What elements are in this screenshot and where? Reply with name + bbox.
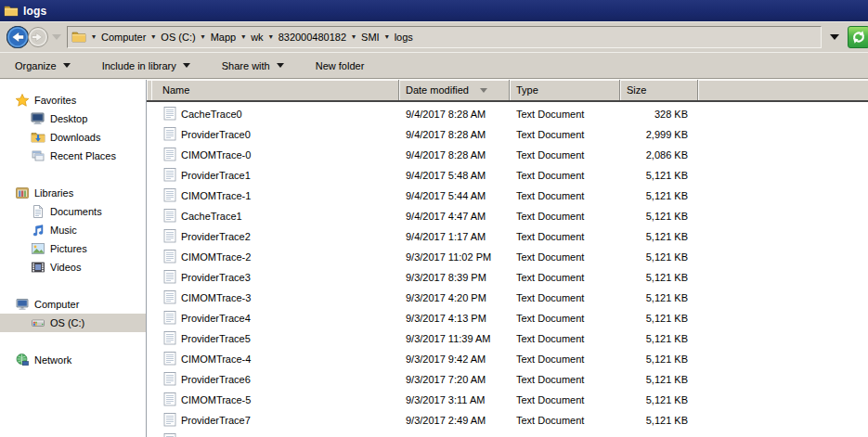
file-row[interactable]: ProviderTrace2 9/4/2017 1:17 AM Text Doc…: [147, 226, 868, 247]
text-document-icon: [163, 228, 176, 245]
address-band: ▾ Computer ▾ OS (C:) ▾ Mapp ▾ wk ▾ 83200…: [0, 21, 868, 53]
folder-icon: [4, 4, 19, 19]
sidebar-item-label: Downloads: [50, 132, 100, 143]
sidebar-item-label: Computer: [34, 299, 79, 310]
file-type: Text Document: [510, 109, 620, 120]
file-rows: CacheTrace0 9/4/2017 8:28 AM Text Docume…: [147, 102, 868, 437]
file-name: CIMOMTrace-5: [181, 394, 251, 405]
file-row[interactable]: CIMOMTrace-3 9/3/2017 4:20 PM Text Docum…: [147, 288, 868, 308]
file-row[interactable]: CacheTrace0 9/4/2017 8:28 AM Text Docume…: [147, 104, 868, 124]
file-row-partial[interactable]: [147, 431, 868, 437]
column-label: Size: [627, 84, 646, 96]
videos-icon: [31, 260, 45, 275]
text-document-icon: [163, 412, 176, 429]
explorer-window: logs ▾ Computer ▾ OS (C:) ▾: [0, 0, 868, 437]
address-history-dropdown-icon[interactable]: [830, 34, 839, 40]
breadcrumb-separator-icon[interactable]: ▾: [385, 33, 389, 41]
text-document-icon: [163, 392, 176, 408]
file-date-modified: 9/4/2017 4:47 AM: [399, 211, 510, 222]
breadcrumb-separator-icon[interactable]: ▾: [201, 33, 205, 41]
content-area: Favorites Desktop Downloads Recent Place…: [0, 79, 868, 437]
sidebar-item-computer[interactable]: Computer: [0, 295, 146, 314]
sidebar-item-desktop[interactable]: Desktop: [0, 109, 146, 128]
breadcrumb-segment[interactable]: OS (C:): [161, 32, 195, 43]
share-with-button[interactable]: Share with: [218, 58, 288, 74]
file-row[interactable]: CIMOMTrace-2 9/3/2017 11:02 PM Text Docu…: [147, 247, 868, 267]
breadcrumb-segment[interactable]: logs: [395, 32, 413, 43]
file-date-modified: 9/4/2017 8:28 AM: [399, 129, 510, 140]
address-bar[interactable]: ▾ Computer ▾ OS (C:) ▾ Mapp ▾ wk ▾ 83200…: [67, 26, 822, 48]
breadcrumb-segment[interactable]: Mapp: [211, 32, 237, 43]
refresh-button[interactable]: [848, 26, 868, 48]
file-date-modified: 9/3/2017 3:11 AM: [399, 394, 510, 405]
breadcrumb-separator-icon[interactable]: ▾: [151, 33, 155, 41]
sidebar-item-label: Recent Places: [50, 150, 116, 161]
breadcrumb-segment[interactable]: SMI: [361, 32, 380, 43]
file-date-modified: 9/3/2017 4:13 PM: [399, 313, 510, 324]
breadcrumb-segment[interactable]: Computer: [101, 32, 146, 43]
file-row[interactable]: CIMOMTrace-1 9/4/2017 5:44 AM Text Docum…: [147, 186, 868, 206]
file-row[interactable]: CIMOMTrace-4 9/3/2017 9:42 AM Text Docum…: [147, 349, 868, 369]
downloads-icon: [31, 130, 45, 145]
column-header-date-modified[interactable]: Date modified: [399, 80, 510, 100]
include-in-library-button[interactable]: Include in library: [98, 58, 194, 74]
sidebar-item-documents[interactable]: Documents: [0, 202, 146, 221]
text-document-icon: [163, 432, 176, 437]
file-row[interactable]: CacheTrace1 9/4/2017 4:47 AM Text Docume…: [147, 206, 868, 226]
file-size: 328 KB: [620, 109, 698, 120]
file-name: CIMOMTrace-4: [181, 353, 251, 365]
desktop-icon: [31, 111, 45, 126]
column-label: Name: [162, 84, 189, 96]
file-row[interactable]: CIMOMTrace-0 9/4/2017 8:28 AM Text Docum…: [147, 145, 868, 165]
file-row[interactable]: ProviderTrace4 9/3/2017 4:13 PM Text Doc…: [147, 308, 868, 328]
column-header-name[interactable]: Name: [151, 80, 399, 100]
column-label: Date modified: [406, 84, 469, 96]
breadcrumb-separator-icon[interactable]: ▾: [352, 33, 356, 41]
organize-button[interactable]: Organize: [11, 58, 74, 74]
file-row[interactable]: ProviderTrace3 9/3/2017 8:39 PM Text Doc…: [147, 267, 868, 288]
dropdown-arrow-icon: [63, 63, 71, 68]
sidebar-item-favorites[interactable]: Favorites: [0, 91, 146, 109]
column-header-size[interactable]: Size: [620, 80, 698, 100]
window-title: logs: [23, 5, 46, 18]
file-name: CIMOMTrace-2: [181, 251, 251, 263]
sidebar-item-pictures[interactable]: Pictures: [0, 239, 146, 258]
recent-pages-chevron-icon[interactable]: [52, 34, 61, 40]
star-icon: [15, 93, 30, 108]
breadcrumb-segment[interactable]: wk: [251, 32, 263, 43]
file-date-modified: 9/4/2017 1:17 AM: [399, 231, 510, 242]
file-size: 5,121 KB: [620, 313, 698, 324]
sidebar-item-downloads[interactable]: Downloads: [0, 128, 146, 147]
sidebar-item-libraries[interactable]: Libraries: [0, 184, 146, 202]
file-row[interactable]: ProviderTrace0 9/4/2017 8:28 AM Text Doc…: [147, 124, 868, 145]
sidebar-item-label: Network: [34, 354, 71, 366]
file-row[interactable]: CIMOMTrace-5 9/3/2017 3:11 AM Text Docum…: [147, 390, 868, 410]
file-size: 5,121 KB: [620, 272, 698, 283]
breadcrumb: ▾ Computer ▾ OS (C:) ▾ Mapp ▾ wk ▾ 83200…: [86, 32, 413, 43]
breadcrumb-segment[interactable]: 832000480182: [279, 32, 346, 43]
sidebar-item-os-c[interactable]: OS (C:): [0, 314, 146, 332]
file-row[interactable]: ProviderTrace7 9/3/2017 2:49 AM Text Doc…: [147, 410, 868, 431]
sidebar-item-recent-places[interactable]: Recent Places: [0, 147, 146, 165]
file-size: 2,999 KB: [620, 129, 698, 140]
organize-label: Organize: [15, 60, 57, 71]
file-row[interactable]: ProviderTrace5 9/3/2017 11:39 AM Text Do…: [147, 328, 868, 349]
folder-icon: [71, 30, 86, 45]
file-list: Name Date modified Type Size: [147, 80, 868, 437]
file-name: CIMOMTrace-1: [181, 190, 251, 201]
file-row[interactable]: ProviderTrace6 9/3/2017 7:20 AM Text Doc…: [147, 369, 868, 390]
network-globe-icon: [15, 353, 30, 367]
file-type: Text Document: [510, 415, 620, 426]
new-folder-button[interactable]: New folder: [312, 58, 369, 74]
sidebar-item-videos[interactable]: Videos: [0, 258, 146, 276]
column-label: Type: [516, 84, 538, 96]
file-row[interactable]: ProviderTrace1 9/4/2017 5:48 AM Text Doc…: [147, 165, 868, 186]
breadcrumb-separator-icon[interactable]: ▾: [269, 33, 273, 41]
column-header-type[interactable]: Type: [510, 80, 620, 100]
sidebar-item-label: Documents: [50, 206, 102, 217]
breadcrumb-separator-icon[interactable]: ▾: [92, 33, 96, 41]
forward-button[interactable]: [27, 26, 49, 48]
breadcrumb-separator-icon[interactable]: ▾: [241, 33, 245, 41]
sidebar-item-music[interactable]: Music: [0, 221, 146, 239]
sidebar-item-network[interactable]: Network: [0, 351, 146, 369]
